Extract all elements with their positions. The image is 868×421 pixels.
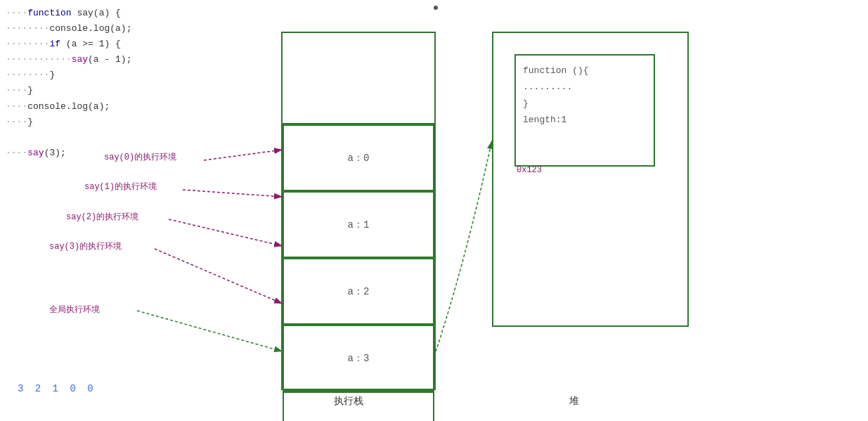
code-line-4: ············say(a - 1); — [6, 52, 239, 67]
stack-slot-a0: a：0 — [283, 124, 434, 191]
arrow-say-heap — [436, 141, 492, 351]
stack-slot-a3-text: a：3 — [348, 352, 370, 365]
stack-slot-a2-text: a：2 — [348, 285, 370, 298]
stack-slot-a0-text: a：0 — [348, 152, 370, 164]
stack-empty-area — [283, 33, 434, 124]
code-line-5: ········} — [6, 67, 239, 83]
env-say1-label: say(1)的执行环境 — [84, 181, 157, 193]
heap-line-3: } — [523, 96, 647, 112]
env-say0-label: say(0)的执行环境 — [104, 151, 176, 163]
env-say3-label: say(3)的执行环境 — [49, 240, 122, 252]
top-dot — [434, 6, 438, 10]
env-global-label: 全局执行环境 — [49, 304, 100, 316]
code-line-2: ········console.log(a); — [6, 21, 239, 37]
stack-slot-say-text: say：0x123 — [330, 419, 387, 422]
heap-inner-box: function (){ ......... } length:1 — [514, 54, 655, 167]
stack-slot-a3: a：3 — [283, 325, 434, 391]
heap-label: 堆 — [569, 395, 579, 408]
code-line-6: ····} — [6, 83, 239, 98]
heap-line-4: length:1 — [523, 112, 647, 128]
heap-line-2: ......... — [523, 79, 647, 95]
stack-slot-a1-text: a：1 — [348, 219, 370, 231]
env-say2-label: say(2)的执行环境 — [66, 211, 138, 223]
stack-slot-a2: a：2 — [283, 258, 434, 325]
code-line-7: ····console.log(a); — [6, 99, 239, 115]
counter-display: 3 2 1 0 0 — [18, 383, 96, 394]
code-line-8: ····} — [6, 115, 239, 130]
code-line-3: ········if (a >= 1) { — [6, 37, 239, 52]
heap-panel: function (){ ......... } length:1 — [492, 32, 689, 327]
stack-panel: a：0 a：1 a：2 a：3 say：0x123 — [281, 32, 436, 390]
stack-label: 执行栈 — [334, 395, 363, 408]
heap-address-label: 0x123 — [517, 165, 542, 175]
heap-line-1: function (){ — [523, 63, 647, 79]
code-line-9 — [6, 130, 239, 145]
stack-slot-a1: a：1 — [283, 191, 434, 258]
code-line-1: ····function say(a) { — [6, 6, 239, 21]
